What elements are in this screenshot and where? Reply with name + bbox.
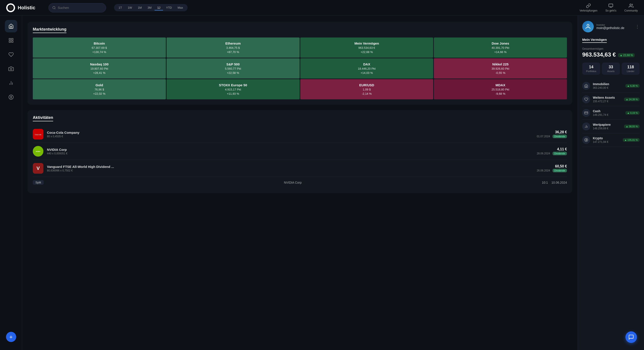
stat-portfolios: 14 Portfolios <box>582 63 600 75</box>
activity-info-cocacola: Coca-Cola Company 80 x 0,4535 € <box>47 131 533 138</box>
main-layout: + Marktentwicklung Bitcoin 67.307,69 $ +… <box>0 16 644 350</box>
sidebar-item-dashboard[interactable] <box>5 34 17 47</box>
asset-row-weitere[interactable]: Weitere Assets 155.472,27 € ▲ 24,39 % <box>582 93 640 106</box>
user-info: Investor moin@getholistic.de <box>596 24 632 30</box>
svg-text:Coca-Cola: Coca-Cola <box>35 134 42 135</box>
nav-community[interactable]: Community <box>624 3 638 12</box>
krypto-icon <box>584 138 588 142</box>
total-row: 963.534,63 € ▲ 22,68 % <box>582 51 640 59</box>
activity-name: Vanguard FTSE All-World High Dividend ..… <box>47 165 533 168</box>
market-cell-eurusd[interactable]: EUR/USD 1,09 $ -2,14 % <box>300 79 434 99</box>
sidebar-item-crypto[interactable] <box>5 91 17 103</box>
stat-assets: 33 Assets <box>602 63 620 75</box>
asset-row-immobilien[interactable]: Immobilien 363.240,00 € ▲ 6,30 % <box>582 79 640 93</box>
sidebar-item-home[interactable] <box>5 20 17 32</box>
market-cell-meinvermoegen[interactable]: Mein Vermögen 963.534,63 € +22,68 % <box>300 38 434 58</box>
activity-sub: 80,636996 x 0,7502 € <box>47 169 533 172</box>
sidebar-item-camera[interactable] <box>5 63 17 75</box>
search-bar[interactable] <box>48 3 106 13</box>
dashboard-icon <box>8 38 14 43</box>
split-ratio: 10:1 <box>542 181 548 184</box>
market-cell-nikkel[interactable]: Nikkel 225 39.926,60 Pkt -0,55 % <box>434 58 567 79</box>
cocacola-logo-icon: Coca-Cola <box>34 131 42 138</box>
asset-icon-weitere <box>582 95 590 103</box>
asset-icon-krypto <box>582 136 590 144</box>
market-cell-stoxx[interactable]: STOXX Europe 50 4.915,17 Pkt +11,93 % <box>166 79 300 99</box>
link-icon <box>586 3 591 8</box>
nav-howto[interactable]: So geht's <box>606 3 616 12</box>
add-button[interactable]: + <box>6 332 16 342</box>
activity-name: NVIDIA Corp <box>47 148 533 151</box>
market-cell-nasdaq[interactable]: Nasdaq 100 19.807,60 Pkt +28,41 % <box>33 58 166 79</box>
activity-right-nvidia: 4,11 € 28.06.2024 Dividende <box>537 147 567 155</box>
asset-value: 363.240,00 € <box>593 86 623 89</box>
time-filters: 1T 1W 1M 3M 1J YTD Max <box>114 4 187 11</box>
activity-date: 01.07.2024 <box>537 135 550 138</box>
search-input[interactable] <box>58 6 102 10</box>
right-panel: Investor moin@getholistic.de ⋮ Mein Verm… <box>578 16 644 350</box>
asset-row-wertpapiere[interactable]: Wertpapiere 148.258,69 € ▲ 38,55 % <box>582 120 640 133</box>
market-cell-name: STOXX Europe 50 <box>219 83 247 87</box>
market-cell-mdax[interactable]: MDAX 25.518,80 Pkt -9,68 % <box>434 79 567 99</box>
list-item[interactable]: NVIDIA NVIDIA Corp 440 x 0,009351 € 4,11… <box>33 143 567 160</box>
asset-icon-immobilien <box>582 82 590 90</box>
cash-icon <box>584 111 588 115</box>
nav-links-label: Verknüpfungen <box>580 9 598 12</box>
activity-date: 28.06.2024 <box>537 152 550 155</box>
market-cell-bitcoin[interactable]: Bitcoin 67.307,69 $ +130,74 % <box>33 38 166 58</box>
asset-row-krypto[interactable]: Krypto 147.271,94 € ▲ 135,01 % <box>582 133 640 147</box>
market-grid: Bitcoin 67.307,69 $ +130,74 % Ethereum 3… <box>33 38 567 99</box>
time-btn-1w[interactable]: 1W <box>125 5 135 11</box>
list-item[interactable]: Coca-Cola Coca-Cola Company 80 x 0,4535 … <box>33 126 567 143</box>
time-btn-max[interactable]: Max <box>175 5 186 11</box>
sidebar-item-charts[interactable] <box>5 77 17 89</box>
asset-value: 147.271,94 € <box>593 140 620 143</box>
nav-community-label: Community <box>624 9 638 12</box>
activity-date: 26.06.2024 <box>537 169 550 172</box>
svg-point-16 <box>587 24 589 26</box>
time-btn-ytd[interactable]: YTD <box>164 5 174 11</box>
sidebar-item-favorites[interactable] <box>5 48 17 61</box>
total-label: Gesamtvermögen <box>582 47 640 50</box>
market-cell-name: DAX <box>363 62 370 66</box>
asset-info-immobilien: Immobilien 363.240,00 € <box>593 82 623 89</box>
market-cell-name: EUR/USD <box>359 83 374 87</box>
stat-num: 118 <box>624 65 637 69</box>
market-cell-value: 963.534,63 € <box>358 46 375 50</box>
activity-list: Coca-Cola Coca-Cola Company 80 x 0,4535 … <box>33 126 567 188</box>
market-cell-change: +22,58 % <box>227 71 239 75</box>
market-cell-dowjones[interactable]: Dow Jones 40.391,70 Pkt +14,66 % <box>434 38 567 58</box>
time-btn-1m[interactable]: 1M <box>135 5 144 11</box>
activity-date-badge: 28.06.2024 Dividende <box>537 152 567 155</box>
asset-icon-cash <box>582 109 590 117</box>
stat-label: Länder <box>624 70 637 73</box>
activity-info-nvidia: NVIDIA Corp 440 x 0,009351 € <box>47 148 533 155</box>
market-cell-sp500[interactable]: S&P 500 5.560,77 Pkt +22,58 % <box>166 58 300 79</box>
camera-icon <box>8 66 14 71</box>
market-cell-change: +22,02 % <box>93 92 106 95</box>
market-cell-ethereum[interactable]: Ethereum 3.464,75 $ +87,70 % <box>166 38 300 58</box>
market-cell-value: 18.446,20 Pkt <box>358 67 376 70</box>
chat-fab-button[interactable] <box>626 331 637 343</box>
time-btn-1j[interactable]: 1J <box>154 5 163 11</box>
market-cell-gold[interactable]: Gold 76,96 $ +22,02 % <box>33 79 166 99</box>
asset-badge: ▲ 24,39 % <box>624 98 640 101</box>
asset-name: Cash <box>593 109 623 113</box>
split-date: 10.06.2024 <box>552 181 567 184</box>
panel-tab[interactable]: Mein Vermögen <box>582 38 607 43</box>
total-badge: ▲ 22,68 % <box>618 53 635 57</box>
asset-value: 155.472,27 € <box>593 100 622 103</box>
nav-links[interactable]: Verknüpfungen <box>580 3 598 12</box>
activity-badge: Dividende <box>552 152 567 155</box>
list-item[interactable]: V Vanguard FTSE All-World High Dividend … <box>33 160 567 177</box>
user-menu-button[interactable]: ⋮ <box>635 24 640 29</box>
home-icon <box>584 84 588 88</box>
logo-area: Holistic <box>6 3 35 12</box>
market-cell-change: +11,93 % <box>227 92 239 95</box>
asset-row-cash[interactable]: Cash 149.291,74 € ▲ 0,19 % <box>582 106 640 120</box>
time-btn-1t[interactable]: 1T <box>116 5 124 11</box>
market-cell-dax[interactable]: DAX 18.446,20 Pkt +14,03 % <box>300 58 434 79</box>
time-btn-3m[interactable]: 3M <box>145 5 154 11</box>
market-cell-name: Bitcoin <box>94 42 105 45</box>
main-content: Marktentwicklung Bitcoin 67.307,69 $ +13… <box>22 16 578 350</box>
